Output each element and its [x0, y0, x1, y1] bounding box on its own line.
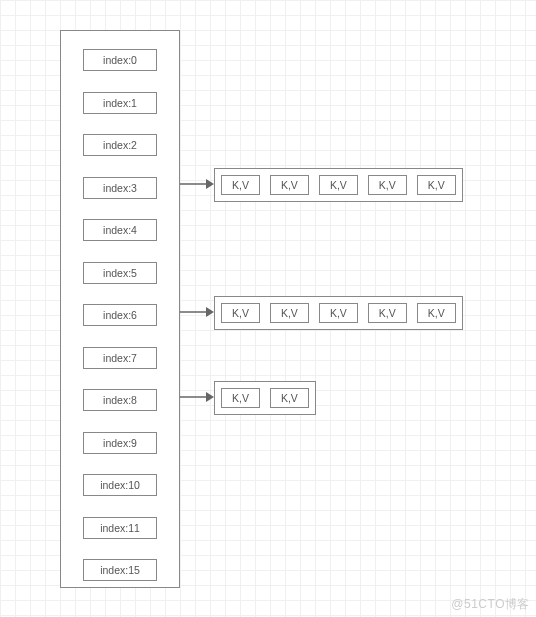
kv-entry: K,V — [319, 303, 358, 323]
kv-entry: K,V — [319, 175, 358, 195]
index-slot-row: index:4 — [61, 209, 179, 252]
index-slot: index:4 — [83, 219, 157, 241]
index-slot-row: index:8 — [61, 379, 179, 422]
index-slot-row: index:1 — [61, 82, 179, 125]
kv-entry: K,V — [270, 175, 309, 195]
index-slot: index:8 — [83, 389, 157, 411]
index-slot: index:0 — [83, 49, 157, 71]
kv-entry: K,V — [368, 303, 407, 323]
kv-entry: K,V — [221, 303, 260, 323]
index-slot: index:6 — [83, 304, 157, 326]
arrow-icon — [180, 177, 214, 191]
index-slot-row: index:9 — [61, 422, 179, 465]
diagram-canvas: index:0 index:1 index:2 index:3 index:4 … — [0, 0, 536, 617]
index-slot: index:7 — [83, 347, 157, 369]
kv-entry: K,V — [417, 175, 456, 195]
index-slot: index:5 — [83, 262, 157, 284]
kv-entry: K,V — [417, 303, 456, 323]
index-slot-row: index:3 — [61, 167, 179, 210]
svg-marker-3 — [206, 307, 214, 317]
index-slot: index:3 — [83, 177, 157, 199]
index-slot: index:10 — [83, 474, 157, 496]
index-slot-row: index:7 — [61, 337, 179, 380]
kv-entry: K,V — [221, 175, 260, 195]
index-slot-row: index:0 — [61, 39, 179, 82]
watermark-text: @51CTO博客 — [451, 596, 530, 613]
svg-marker-1 — [206, 179, 214, 189]
kv-entry: K,V — [270, 388, 309, 408]
kv-entry: K,V — [270, 303, 309, 323]
index-slot: index:11 — [83, 517, 157, 539]
index-slot: index:2 — [83, 134, 157, 156]
index-slot: index:15 — [83, 559, 157, 581]
svg-marker-5 — [206, 392, 214, 402]
bucket-index-8: K,V K,V — [214, 381, 316, 415]
kv-entry: K,V — [221, 388, 260, 408]
bucket-index-3: K,V K,V K,V K,V K,V — [214, 168, 463, 202]
index-slot-row: index:15 — [61, 549, 179, 592]
index-slot: index:9 — [83, 432, 157, 454]
arrow-icon — [180, 305, 214, 319]
index-slot-row: index:11 — [61, 507, 179, 550]
index-slot-row: index:2 — [61, 124, 179, 167]
index-slot: index:1 — [83, 92, 157, 114]
kv-entry: K,V — [368, 175, 407, 195]
index-slot-row: index:10 — [61, 464, 179, 507]
index-slot-row: index:5 — [61, 252, 179, 295]
arrow-icon — [180, 390, 214, 404]
bucket-index-6: K,V K,V K,V K,V K,V — [214, 296, 463, 330]
index-slot-row: index:6 — [61, 294, 179, 337]
index-array: index:0 index:1 index:2 index:3 index:4 … — [60, 30, 180, 588]
